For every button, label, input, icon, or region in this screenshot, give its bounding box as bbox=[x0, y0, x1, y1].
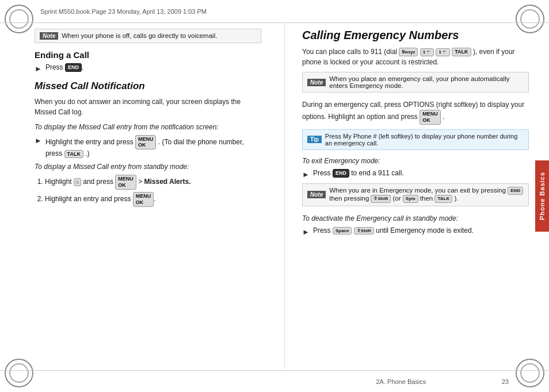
ending-call-section: Ending a Call ► Press END. bbox=[35, 50, 261, 75]
menu-key-1: MENUOK bbox=[135, 135, 157, 150]
ending-call-title: Ending a Call bbox=[35, 50, 261, 60]
emergency-note-box: Note When you place an emergency call, y… bbox=[302, 72, 529, 93]
step-2: Highlight an entry and press MENUOK. bbox=[45, 192, 261, 207]
during-emergency-para: During an emergency call, press OPTIONS … bbox=[302, 99, 529, 125]
end-key-2: END bbox=[333, 169, 349, 178]
talk-key-1: TALK bbox=[64, 150, 83, 159]
left-column: Note When your phone is off, calls go di… bbox=[35, 23, 267, 369]
standby-steps: Highlight ⌂ and press MENUOK > Missed Al… bbox=[35, 175, 261, 206]
press-text-1: Press END. bbox=[45, 63, 83, 72]
one-key-1: 1☕ bbox=[420, 48, 434, 56]
highlight-text: Highlight the entry and press MENUOK . (… bbox=[45, 135, 261, 159]
talk-key-3: TALK bbox=[434, 195, 452, 203]
right-column: Calling Emergency Numbers You can place … bbox=[302, 23, 529, 369]
exit-text: Press END to end a 911 call. bbox=[313, 169, 404, 178]
header-text: Sprint M550.book Page 23 Monday, April 1… bbox=[40, 8, 207, 15]
note-text: When your phone is off, calls go directl… bbox=[62, 32, 217, 39]
column-divider bbox=[284, 23, 285, 369]
calling-para: You can place calls to 911 (dial 9wxyz 1… bbox=[302, 47, 529, 67]
menu-key-2: MENUOK bbox=[115, 175, 136, 190]
tip-label: Tip bbox=[307, 136, 322, 143]
side-tab: Phone Basics bbox=[535, 160, 549, 232]
voicemail-note-box: Note When your phone is off, calls go di… bbox=[35, 29, 261, 43]
page-header: Sprint M550.book Page 23 Monday, April 1… bbox=[0, 0, 549, 23]
ending-call-bullet: ► Press END. bbox=[35, 63, 261, 75]
end-key: END bbox=[65, 63, 82, 72]
note-label-2: Note bbox=[307, 79, 326, 86]
missed-call-para: When you do not answer an incoming call,… bbox=[35, 97, 261, 117]
missed-call-title: Missed Call Notification bbox=[35, 80, 261, 92]
deactivate-bullet: ► Press Space ⇧Shift until Emergency mod… bbox=[302, 226, 529, 238]
bullet-arrow-2: ► bbox=[35, 135, 42, 147]
step-1: Highlight ⌂ and press MENUOK > Missed Al… bbox=[45, 175, 261, 190]
one-key-2: 1☕ bbox=[436, 48, 449, 56]
emergency-note-text: When you place an emergency call, your p… bbox=[329, 75, 524, 89]
space-key: Space bbox=[333, 227, 352, 235]
end-key-small-1: END bbox=[508, 187, 523, 195]
deactivate-italic: To deactivate the Emergency call in stan… bbox=[302, 213, 529, 224]
exit-bullet: ► Press END to end a 911 call. bbox=[302, 169, 529, 180]
note-label-3: Note bbox=[307, 191, 326, 198]
display-from-standby-italic: To display a Missed Call entry from stan… bbox=[35, 162, 261, 172]
page-footer: 2A. Phone Basics 23 bbox=[0, 370, 549, 392]
shift-key-2: ⇧Shift bbox=[354, 227, 374, 235]
sym-key: Sym bbox=[403, 195, 418, 203]
menu-key-3: MENUOK bbox=[133, 192, 154, 207]
home-icon-key: ⌂ bbox=[74, 178, 81, 186]
missed-call-section: Missed Call Notification When you do not… bbox=[35, 80, 261, 207]
exit-note-text: When you are in Emergency mode, you can … bbox=[329, 187, 524, 203]
calling-title: Calling Emergency Numbers bbox=[302, 29, 529, 42]
note-label: Note bbox=[40, 32, 58, 40]
highlight-bullet: ► Highlight the entry and press MENUOK .… bbox=[35, 135, 261, 159]
tip-box: Tip Press My Phone # (left softkey) to d… bbox=[302, 129, 529, 150]
bullet-arrow-3: ► bbox=[302, 169, 310, 180]
bullet-arrow-1: ► bbox=[35, 63, 42, 75]
exit-emergency-italic: To exit Emergency mode: bbox=[302, 156, 529, 166]
display-from-notif-italic: To display the Missed Call entry from th… bbox=[35, 122, 261, 132]
exit-emergency-note-box: Note When you are in Emergency mode, you… bbox=[302, 183, 529, 206]
menu-key-4: MENUOK bbox=[420, 110, 441, 125]
talk-key-2: TALK bbox=[452, 48, 471, 56]
footer-page: 23 bbox=[502, 378, 509, 385]
nine-key: 9wxyz bbox=[399, 48, 418, 56]
deactivate-text: Press Space ⇧Shift until Emergency mode … bbox=[313, 226, 474, 235]
bullet-arrow-4: ► bbox=[302, 226, 310, 238]
main-content: Note When your phone is off, calls go di… bbox=[35, 23, 529, 369]
tip-text: Press My Phone # (left softkey) to displ… bbox=[325, 133, 524, 147]
footer-text: 2A. Phone Basics bbox=[376, 378, 426, 385]
shift-key-1: ⇧Shift bbox=[371, 195, 391, 203]
